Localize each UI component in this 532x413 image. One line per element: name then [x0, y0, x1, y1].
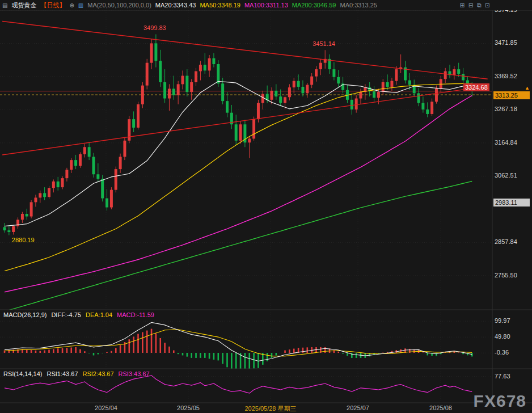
macd-title: MACD(26,12,9) [3, 311, 47, 318]
macd-label-row: MACD(26,12,9) DIFF:-4.75 DEA:1.04 MACD:-… [3, 311, 154, 318]
time-axis-label: 2025/05 [177, 404, 200, 411]
window-controls: ⊞ ⊟ ⧉ ⊡ [459, 2, 490, 9]
ma50-value: MA50:3348.19 [200, 2, 240, 9]
ma-settings-label: MA(20,50,100,200,0,0) [87, 2, 151, 9]
new-window-icon[interactable]: ⧉ [477, 2, 482, 9]
indicator-icon[interactable]: ▥ [78, 2, 83, 9]
time-axis[interactable]: 2025/042025/052025/05/28 星期三2025/072025/… [0, 403, 492, 413]
fullscreen-icon[interactable]: ⊡ [485, 2, 490, 9]
chart-canvas[interactable] [0, 0, 532, 413]
chart-type-icon: ▤ [2, 2, 7, 9]
rsi-label-row: RSI(14,14,14) RSI1:43.67 RSI2:43.67 RSI3… [3, 370, 150, 377]
ma20-value: MA20:3343.43 [155, 2, 196, 9]
macd-hist-value: MACD:-11.59 [117, 311, 154, 318]
period-label[interactable]: 【日线】 [40, 1, 65, 10]
rsi3-value: RSI3:43.67 [119, 370, 150, 377]
ma200-value: MA200:3046.59 [292, 2, 336, 9]
time-axis-label: 2025/04 [95, 404, 117, 411]
toolbar: ▤ 现货黄金 【日线】 ⊕ ▥ MA(20,50,100,200,0,0) MA… [0, 0, 532, 10]
macd-diff-value: DIFF:-4.75 [51, 311, 81, 318]
time-axis-label: 2025/08 [429, 404, 452, 411]
rsi1-value: RSI1:43.67 [47, 370, 78, 377]
ma0-value: MA0:3313.25 [340, 2, 377, 9]
rsi2-value: RSI2:43.67 [83, 370, 114, 377]
symbol-title: 现货黄金 [11, 1, 36, 10]
time-axis-label: 2025/07 [347, 404, 369, 411]
rsi-title: RSI(14,14,14) [3, 370, 42, 377]
layout-grid-icon[interactable]: ⊞ [459, 2, 465, 9]
layout-split-icon[interactable]: ⊟ [468, 2, 474, 9]
macd-dea-value: DEA:1.04 [86, 311, 112, 318]
ma100-value: MA100:3311.13 [244, 2, 288, 9]
add-indicator-icon[interactable]: ⊕ [69, 2, 74, 9]
time-axis-label: 2025/05/28 星期三 [244, 404, 296, 413]
